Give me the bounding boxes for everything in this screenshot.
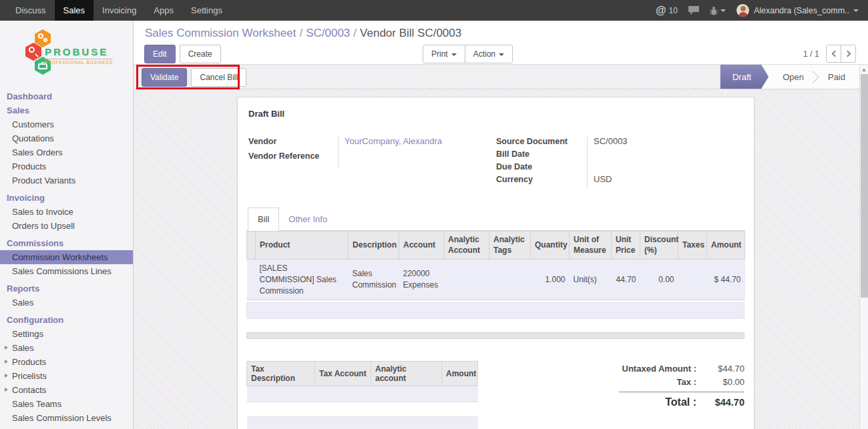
col-description: Description	[349, 232, 399, 260]
nav-invoicing[interactable]: Invoicing	[93, 0, 145, 21]
sidebar-item-orders-to-upsell[interactable]: Orders to Upsell	[0, 219, 133, 233]
vendor-value-link[interactable]: YourCompany, Alexandra	[338, 136, 442, 146]
nav-settings[interactable]: Settings	[182, 0, 231, 21]
sidebar-item-config-products[interactable]: Products	[0, 355, 133, 369]
chevron-down-icon	[853, 9, 859, 12]
col-unit-of-measure: Unit of Measure	[570, 232, 612, 260]
sidebar-item-dashboard[interactable]: Dashboard	[0, 89, 133, 103]
edit-button[interactable]: Edit	[144, 45, 176, 63]
tab-bill[interactable]: Bill	[248, 207, 279, 231]
col-account: Account	[399, 232, 444, 260]
sidebar-item-commission-worksheets[interactable]: Commission Worksheets	[0, 250, 133, 264]
sidebar-item-sales-to-invoice[interactable]: Sales to Invoice	[0, 205, 133, 219]
horizontal-scrollbar[interactable]	[246, 332, 744, 339]
tax-lines-table: Tax Description Tax Account Analytic acc…	[246, 361, 479, 429]
row-handle-header	[247, 232, 256, 260]
logo-magnifier-hexagon-icon	[25, 43, 41, 61]
state-draft[interactable]: Draft	[720, 65, 769, 89]
sidebar: PROBUSE PROFESSIONAL BUSINESS Dashboard …	[0, 21, 134, 429]
col-tax-analytic-account: Analytic account	[371, 362, 442, 386]
document-state-title: Draft Bill	[248, 109, 284, 119]
sidebar-item-config-contacts[interactable]: Contacts	[0, 383, 133, 397]
scrollbar-thumb[interactable]	[861, 74, 868, 298]
invoice-lines-table: Product Description Account Analytic Acc…	[246, 231, 745, 300]
vendor-label: Vendor	[248, 136, 338, 146]
sidebar-item-sales-teams[interactable]: Sales Teams	[0, 397, 133, 411]
sidebar-item-product-variants[interactable]: Product Variants	[0, 173, 133, 187]
breadcrumb-record[interactable]: SC/0003	[306, 27, 350, 39]
user-menu[interactable]: Alexandra (Sales_comm..	[736, 3, 859, 17]
untaxed-amount-label: Untaxed Amount :	[619, 364, 706, 374]
breadcrumb-worksheets[interactable]: Sales Commission Worksheet	[145, 27, 296, 39]
chevron-down-icon	[720, 9, 726, 12]
form-view-area: Draft Bill Vendor YourCompany, Alexandra…	[134, 89, 868, 429]
validate-button[interactable]: Validate	[142, 68, 187, 87]
tax-label: Tax :	[619, 377, 706, 387]
mention-count: 10	[669, 6, 678, 15]
sidebar-item-settings[interactable]: Settings	[0, 327, 133, 341]
cancel-bill-button[interactable]: Cancel Bill	[191, 68, 246, 87]
sidebar-item-products[interactable]: Products	[0, 159, 133, 173]
totals-panel: Untaxed Amount : $44.70 Tax : $0.00 Tota…	[619, 364, 744, 412]
print-dropdown-button[interactable]: Print	[423, 45, 465, 63]
cell-unit-price: 44.70	[612, 260, 640, 300]
sidebar-item-sales-commission-levels[interactable]: Sales Commission Levels	[0, 411, 133, 425]
logo-text: PROBUSE PROFESSIONAL BUSINESS	[45, 46, 113, 65]
breadcrumb-current: Vendor Bill SC/0003	[360, 27, 461, 39]
pager-next-button[interactable]	[841, 45, 856, 63]
col-product: Product	[256, 232, 349, 260]
nav-sales[interactable]: Sales	[55, 0, 94, 21]
nav-apps[interactable]: Apps	[145, 0, 182, 21]
sidebar-section-reports: Reports	[0, 282, 133, 296]
lines-header-row: Product Description Account Analytic Acc…	[247, 232, 745, 260]
mentions-counter[interactable]: @ 10	[656, 5, 678, 16]
tax-value: $0.00	[706, 377, 744, 387]
logo-gear-hexagon-icon	[35, 29, 51, 47]
sidebar-item-config-pricelists[interactable]: Pricelists	[0, 369, 133, 383]
sidebar-item-sales-orders[interactable]: Sales Orders	[0, 145, 133, 159]
cell-uom: Unit(s)	[570, 260, 612, 300]
pager-previous-button[interactable]	[826, 45, 841, 63]
tab-other-info[interactable]: Other Info	[279, 208, 337, 230]
field-separator	[338, 137, 339, 167]
create-button[interactable]: Create	[180, 45, 221, 63]
sidebar-item-customers[interactable]: Customers	[0, 117, 133, 131]
action-dropdown-button[interactable]: Action	[465, 45, 513, 63]
sidebar-item-reports-sales[interactable]: Sales	[0, 296, 133, 310]
debug-menu-button[interactable]	[710, 6, 726, 15]
sidebar-section-sales[interactable]: Sales	[0, 103, 133, 117]
chat-bubble-icon	[688, 5, 700, 15]
sidebar-item-sales-commissions-lines[interactable]: Sales Commissions Lines	[0, 264, 133, 278]
chevron-down-icon	[499, 53, 504, 56]
cell-amount: $ 44.70	[707, 260, 745, 300]
state-paid[interactable]: Paid	[814, 65, 859, 89]
cell-analytic-account	[444, 260, 489, 300]
sidebar-item-config-sales[interactable]: Sales	[0, 341, 133, 355]
col-tax-description: Tax Description	[247, 362, 315, 386]
scroll-up-icon[interactable]	[862, 68, 866, 71]
empty-tax-row	[247, 402, 478, 417]
row-handle	[247, 260, 256, 300]
source-document-label: Source Document	[496, 136, 587, 146]
chevron-down-icon	[451, 53, 457, 56]
cell-product: [SALES COMMISSION] Sales Commission	[256, 260, 349, 300]
vertical-scrollbar[interactable]	[859, 65, 868, 429]
invoice-line-row[interactable]: [SALES COMMISSION] Sales Commission Sale…	[247, 260, 745, 300]
col-unit-price: Unit Price	[612, 232, 640, 260]
bug-icon	[710, 6, 718, 15]
sidebar-item-quotations[interactable]: Quotations	[0, 131, 133, 145]
col-tax-amount: Amount	[442, 362, 478, 386]
avatar	[736, 3, 750, 17]
field-separator	[587, 137, 588, 188]
probuse-logo: PROBUSE PROFESSIONAL BUSINESS	[25, 28, 126, 83]
mention-icon: @	[656, 5, 666, 16]
nav-discuss[interactable]: Discuss	[7, 0, 55, 21]
total-label: Total :	[619, 396, 706, 408]
messages-button[interactable]	[688, 5, 700, 15]
cell-taxes	[678, 260, 707, 300]
currency-value: USD	[587, 174, 612, 184]
cell-quantity: 1.000	[531, 260, 570, 300]
status-pipeline: Draft Open Paid	[720, 65, 859, 89]
breadcrumb-separator: /	[296, 27, 306, 39]
field-group-right: Source Document SC/0003 Bill Date Due Da…	[496, 136, 744, 187]
